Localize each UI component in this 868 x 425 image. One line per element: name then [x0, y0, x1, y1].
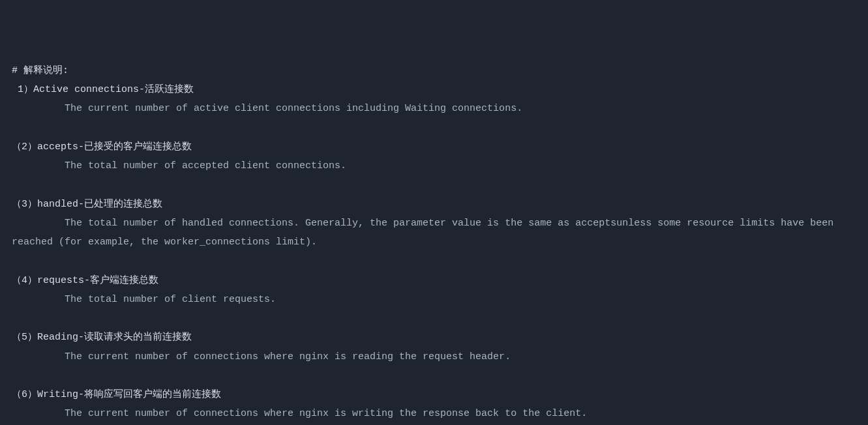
item-5-desc: The current number of connections where …	[12, 347, 856, 366]
item-3-title: （3）handled-已处理的连接总数	[12, 195, 856, 214]
doc-header: # 解释说明:	[12, 61, 856, 80]
item-5-name: Reading-读取请求头的当前连接数	[37, 332, 192, 343]
item-3-name: handled-已处理的连接总数	[37, 199, 162, 210]
item-4-name: requests-客户端连接总数	[37, 275, 158, 286]
item-5-num: （5）	[12, 332, 37, 343]
item-1-desc: The current number of active client conn…	[12, 99, 856, 118]
item-3-desc: The total number of handled connections.…	[12, 214, 856, 252]
item-2-desc: The total number of accepted client conn…	[12, 156, 856, 175]
item-4-num: （4）	[12, 275, 37, 286]
item-2-name: accepts-已接受的客户端连接总数	[37, 141, 192, 153]
item-4-title: （4）requests-客户端连接总数	[12, 271, 856, 290]
item-6-desc: The current number of connections where …	[12, 404, 856, 423]
item-5-title: （5）Reading-读取请求头的当前连接数	[12, 328, 856, 347]
item-2-num: （2）	[12, 141, 37, 153]
item-1-title: 1）Active connections-活跃连接数	[12, 80, 856, 99]
item-6-title: （6）Writing-将响应写回客户端的当前连接数	[12, 385, 856, 404]
item-1-name: Active connections-活跃连接数	[33, 84, 194, 95]
item-4-desc: The total number of client requests.	[12, 290, 856, 309]
item-2-title: （2）accepts-已接受的客户端连接总数	[12, 138, 856, 156]
item-6-num: （6）	[12, 389, 37, 400]
item-6-name: Writing-将响应写回客户端的当前连接数	[37, 389, 221, 400]
item-3-num: （3）	[12, 199, 37, 210]
item-1-num: 1）	[12, 84, 33, 95]
